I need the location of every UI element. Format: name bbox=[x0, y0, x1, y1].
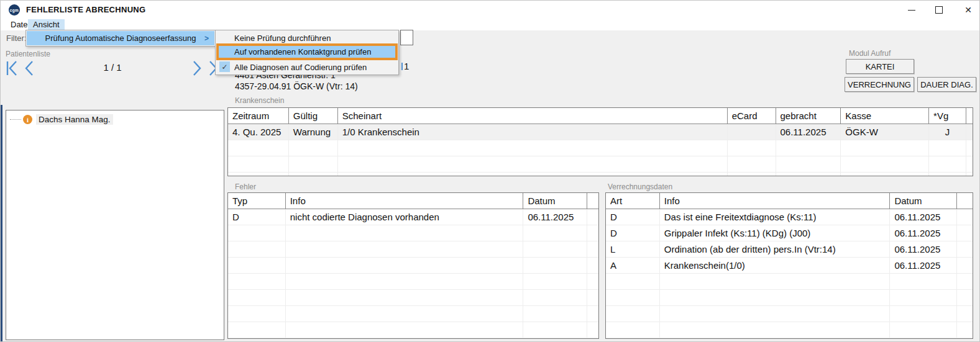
table-cell bbox=[841, 156, 929, 173]
table-cell bbox=[587, 306, 598, 322]
table-row-empty bbox=[228, 241, 598, 258]
table-row[interactable]: DGrippaler Infekt (Ks:11) (KDg) (J00)06.… bbox=[606, 225, 973, 241]
table-cell bbox=[606, 290, 660, 306]
submenu-item-alle-diagnosen-codierung[interactable]: Alle Diagnosen auf Codierung prüfen bbox=[216, 60, 398, 74]
column-header-typ[interactable]: Typ bbox=[228, 193, 286, 209]
dauer-diag-button[interactable]: DAUER DIAG. bbox=[917, 77, 976, 92]
close-button[interactable]: ✕ bbox=[959, 1, 978, 19]
table-cell bbox=[338, 173, 728, 176]
column-header-gebracht[interactable]: gebracht bbox=[776, 108, 841, 124]
table-cell bbox=[228, 241, 286, 258]
column-header-scheinart[interactable]: Scheinart bbox=[338, 108, 728, 124]
table-cell bbox=[890, 274, 957, 290]
table-row[interactable]: AKrankenschein(1/0)06.11.2025 bbox=[606, 258, 973, 274]
column-header-zeitraum[interactable]: Zeitraum bbox=[228, 108, 289, 124]
column-header-spacer bbox=[966, 108, 973, 124]
tree-branch-line bbox=[10, 119, 21, 120]
table-row-empty bbox=[606, 274, 973, 290]
column-header-art[interactable]: Art bbox=[606, 193, 660, 209]
table-cell bbox=[338, 156, 728, 173]
column-header-info[interactable]: Info bbox=[286, 193, 524, 209]
table-cell bbox=[587, 241, 598, 258]
table-row[interactable]: LOrdination (ab der dritten) pers.In (Vt… bbox=[606, 241, 973, 258]
patientenliste-label: Patientenliste bbox=[6, 50, 50, 58]
fragment-text: 1 bbox=[404, 61, 409, 71]
fehler-header-row: TypInfoDatum bbox=[228, 193, 598, 209]
krankenschein-table: ZeitraumGültigScheinarteCardgebrachtKass… bbox=[227, 107, 973, 176]
table-cell bbox=[929, 173, 966, 176]
table-cell bbox=[587, 338, 598, 339]
table-cell: Ordination (ab der dritten) pers.In (Vtr… bbox=[660, 241, 891, 258]
table-cell: D bbox=[606, 225, 660, 241]
next-patient-button[interactable] bbox=[191, 60, 203, 77]
table-cell: 06.11.2025 bbox=[776, 124, 841, 140]
column-header--vg[interactable]: *Vg bbox=[929, 108, 966, 124]
table-cell bbox=[286, 290, 524, 306]
table-row-empty bbox=[606, 290, 973, 306]
patient-tree-item[interactable]: i Dachs Hanna Mag. bbox=[10, 114, 224, 125]
table-row-empty bbox=[228, 322, 598, 338]
minimize-button[interactable] bbox=[902, 1, 921, 19]
table-cell bbox=[957, 322, 973, 338]
table-cell bbox=[606, 322, 660, 338]
table-row-empty bbox=[606, 338, 973, 339]
table-cell bbox=[776, 156, 841, 173]
kartei-button[interactable]: KARTEI bbox=[846, 59, 914, 74]
previous-patient-button[interactable] bbox=[23, 60, 35, 77]
filter-label: Filter: bbox=[6, 34, 27, 43]
maximize-icon bbox=[935, 6, 943, 14]
table-cell bbox=[286, 225, 524, 241]
table-row[interactable]: 4. Qu. 2025Warnung1/0 Krankenschein06.11… bbox=[228, 124, 973, 140]
title-bar: cgm FEHLERLISTE ABRECHNUNG ✕ bbox=[1, 1, 979, 19]
column-header-ecard[interactable]: eCard bbox=[728, 108, 776, 124]
table-cell bbox=[929, 156, 966, 173]
krankenschein-header-row: ZeitraumGültigScheinarteCardgebrachtKass… bbox=[228, 108, 973, 124]
table-cell bbox=[728, 156, 776, 173]
column-header-datum[interactable]: Datum bbox=[890, 193, 957, 209]
table-cell bbox=[289, 140, 338, 156]
verrechnungsdaten-table: ArtInfoDatumDDas ist eine Freitextdiagno… bbox=[605, 192, 973, 339]
column-header-info[interactable]: Info bbox=[660, 193, 891, 209]
table-cell bbox=[228, 322, 286, 338]
table-cell bbox=[587, 209, 598, 225]
table-row[interactable]: DDas ist eine Freitextdiagnose (Ks:11)06… bbox=[606, 209, 973, 225]
menu-bar: Datei Ansicht bbox=[1, 19, 979, 30]
column-header-spacer bbox=[587, 193, 598, 209]
menu-item-pruefung-automatische-diagnoseerfassung[interactable]: Prüfung Automatische Diagnoseerfassung > bbox=[27, 31, 214, 45]
table-cell bbox=[606, 274, 660, 290]
column-header-spacer bbox=[957, 193, 973, 209]
table-cell bbox=[228, 258, 286, 274]
patient-tree-panel: i Dachs Hanna Mag. bbox=[6, 110, 224, 340]
table-cell bbox=[523, 338, 587, 339]
filter-input[interactable] bbox=[400, 30, 413, 45]
column-header-datum[interactable]: Datum bbox=[523, 193, 587, 209]
column-header-kasse[interactable]: Kasse bbox=[841, 108, 929, 124]
table-cell bbox=[587, 225, 598, 241]
verrechnung-button[interactable]: VERRECHNUNG bbox=[845, 77, 914, 92]
column-header-g-ltig[interactable]: Gültig bbox=[289, 108, 338, 124]
table-cell: 06.11.2025 bbox=[890, 258, 957, 274]
table-cell bbox=[338, 140, 728, 156]
table-row-empty bbox=[606, 306, 973, 322]
table-cell bbox=[606, 306, 660, 322]
table-cell bbox=[228, 140, 289, 156]
table-cell bbox=[587, 258, 598, 274]
menu-ansicht[interactable]: Ansicht bbox=[28, 19, 65, 30]
table-cell bbox=[660, 274, 891, 290]
ansicht-dropdown-menu: Prüfung Automatische Diagnoseerfassung > bbox=[25, 30, 216, 47]
patient-name: Dachs Hanna Mag. bbox=[36, 114, 113, 125]
table-cell bbox=[286, 274, 524, 290]
table-cell bbox=[776, 173, 841, 176]
maximize-button[interactable] bbox=[930, 1, 948, 19]
verrechnungsdaten-label: Verrechnungsdaten bbox=[608, 182, 672, 191]
table-cell bbox=[587, 322, 598, 338]
submenu-item-auf-vorhandenen-kontaktgrund[interactable]: Auf vorhandenen Kontaktgrund prüfen bbox=[216, 43, 398, 60]
table-cell bbox=[523, 241, 587, 258]
table-cell: D bbox=[228, 209, 286, 225]
table-row[interactable]: Dnicht codierte Diagnosen vorhanden06.11… bbox=[228, 209, 598, 225]
table-cell bbox=[890, 306, 957, 322]
table-cell bbox=[966, 173, 973, 176]
table-cell bbox=[523, 225, 587, 241]
table-cell bbox=[841, 140, 929, 156]
first-patient-button[interactable] bbox=[6, 60, 21, 77]
